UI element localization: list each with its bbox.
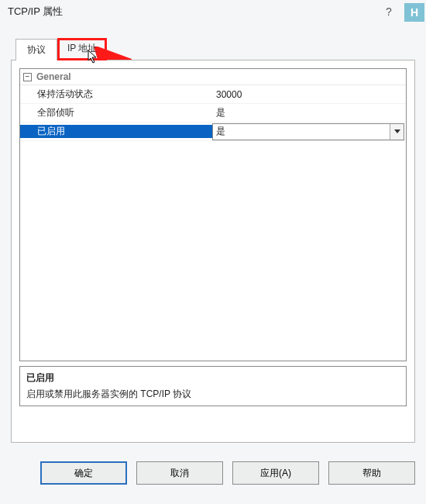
property-grid: − General 保持活动状态 30000 全部侦听 是 已启用 是 xyxy=(19,68,407,361)
property-value-dropdown[interactable]: 是 xyxy=(212,123,404,140)
property-value: 是 xyxy=(213,106,406,119)
dialog-content: 协议 IP 地址 − General 保持活动状态 30000 全部侦听 是 xyxy=(0,23,426,452)
property-row-selected[interactable]: 已启用 是 xyxy=(20,123,406,141)
watermark-logo: H xyxy=(404,3,424,22)
property-row[interactable]: 保持活动状态 30000 xyxy=(20,85,406,104)
description-title: 已启用 xyxy=(26,371,400,385)
description-text: 启用或禁用此服务器实例的 TCP/IP 协议 xyxy=(26,388,400,401)
property-row[interactable]: 全部侦听 是 xyxy=(20,104,406,123)
apply-button[interactable]: 应用(A) xyxy=(232,461,319,485)
property-value-text: 是 xyxy=(216,125,225,138)
help-button[interactable]: ? xyxy=(380,5,398,18)
tab-bar: 协议 IP 地址 xyxy=(15,39,415,60)
tab-label: 协议 xyxy=(27,44,46,55)
collapse-icon[interactable]: − xyxy=(23,73,32,81)
tab-protocol[interactable]: 协议 xyxy=(15,39,57,60)
dropdown-button[interactable] xyxy=(390,124,404,140)
button-row: 确定 取消 应用(A) 帮助 xyxy=(0,452,426,485)
property-key: 保持活动状态 xyxy=(20,88,213,101)
description-box: 已启用 启用或禁用此服务器实例的 TCP/IP 协议 xyxy=(19,366,407,406)
property-key: 全部侦听 xyxy=(20,106,213,119)
titlebar: TCP/IP 属性 ? × xyxy=(0,0,426,23)
window-title: TCP/IP 属性 xyxy=(8,5,380,19)
property-value: 30000 xyxy=(213,89,406,100)
ok-button[interactable]: 确定 xyxy=(40,461,127,485)
group-header-general[interactable]: − General xyxy=(20,69,406,85)
chevron-down-icon xyxy=(394,129,400,134)
group-label: General xyxy=(36,71,71,82)
tab-ip-address[interactable]: IP 地址 xyxy=(57,38,107,60)
tab-panel: − General 保持活动状态 30000 全部侦听 是 已启用 是 xyxy=(11,60,415,443)
help-button[interactable]: 帮助 xyxy=(328,461,415,485)
cursor-icon xyxy=(88,50,100,65)
property-key: 已启用 xyxy=(20,125,212,138)
cancel-button[interactable]: 取消 xyxy=(136,461,223,485)
